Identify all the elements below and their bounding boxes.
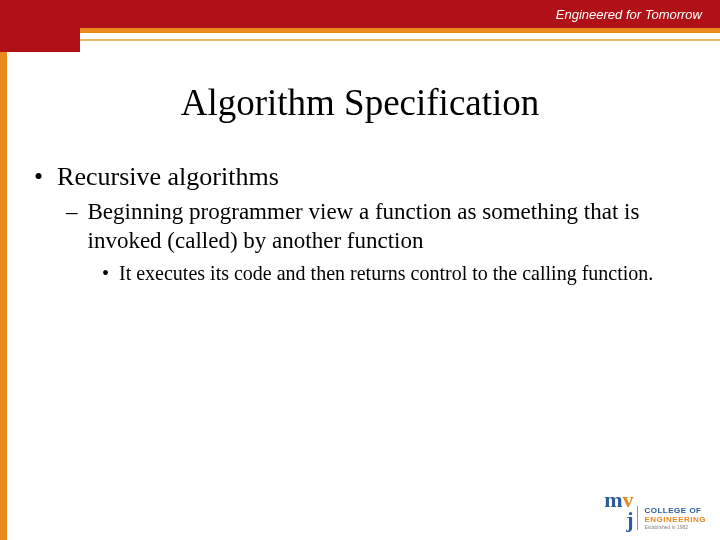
logo-line-2: ENGINEERING: [644, 515, 706, 524]
slide-content: Algorithm Specification • Recursive algo…: [0, 41, 720, 286]
dash-mark: –: [66, 198, 78, 255]
bullet-text: Recursive algorithms: [57, 162, 279, 192]
bullet-text: Beginning programmer view a function as …: [88, 198, 691, 255]
slide-title: Algorithm Specification: [30, 81, 690, 124]
bullet-mark: •: [102, 261, 109, 286]
header-corner-block: [0, 0, 80, 52]
header-tagline: Engineered for Tomorrow: [556, 7, 702, 22]
logo-letter-j: j: [626, 510, 633, 530]
bullet-text: It executes its code and then returns co…: [119, 261, 653, 286]
logo-monogram: m v j: [604, 490, 633, 530]
bullet-level-2: – Beginning programmer view a function a…: [66, 198, 690, 255]
bullet-mark: •: [34, 162, 43, 192]
logo-line-1: COLLEGE OF: [644, 506, 706, 515]
logo-line-3: Established in 1982: [644, 524, 706, 530]
header-bar: Engineered for Tomorrow: [0, 0, 720, 28]
logo-letter-m: m: [604, 490, 622, 510]
left-accent-stripe: [0, 0, 7, 540]
bullet-level-3: • It executes its code and then returns …: [102, 261, 690, 286]
bullet-level-1: • Recursive algorithms: [32, 162, 690, 192]
logo-text-block: COLLEGE OF ENGINEERING Established in 19…: [637, 506, 706, 530]
footer-logo: m v j COLLEGE OF ENGINEERING Established…: [604, 490, 706, 530]
